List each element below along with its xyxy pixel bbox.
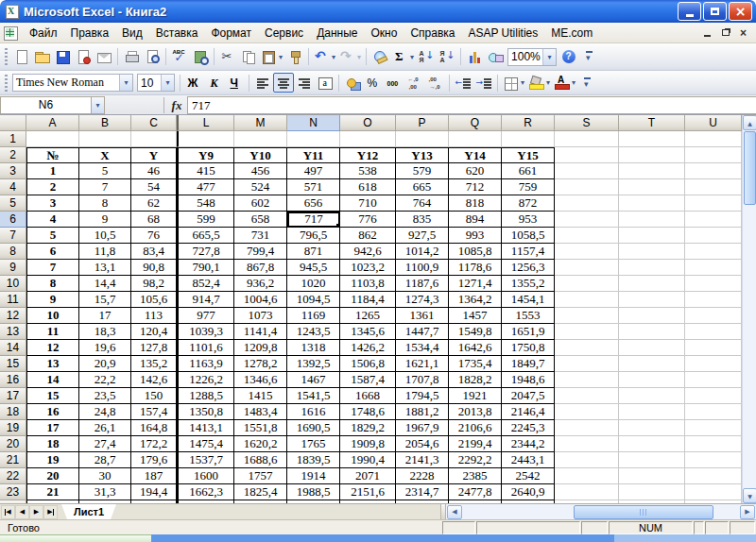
cell-Q13[interactable]: 1549,8 (449, 324, 502, 340)
cell-C4[interactable]: 54 (131, 179, 177, 195)
cell-U2[interactable] (685, 147, 742, 163)
cell-T3[interactable] (619, 163, 685, 179)
decrease-decimal-button[interactable] (425, 73, 446, 93)
cell-U7[interactable] (685, 228, 742, 244)
menu-item-Окно[interactable]: Окно (364, 25, 404, 42)
cell-L2[interactable]: Y9 (177, 147, 234, 163)
merge-center-button[interactable] (315, 73, 335, 93)
cell-N9[interactable]: 945,5 (287, 260, 340, 276)
cell-M8[interactable]: 799,4 (234, 244, 287, 260)
cell-U18[interactable] (685, 404, 742, 420)
horizontal-scroll-track[interactable] (462, 505, 740, 519)
cell-A22[interactable]: 20 (26, 468, 79, 484)
copy-button[interactable] (238, 47, 259, 67)
cell-M5[interactable]: 602 (234, 195, 287, 212)
cell-L1[interactable] (177, 131, 234, 147)
open-button[interactable] (31, 47, 52, 67)
menu-item-ME.com[interactable]: ME.com (544, 25, 599, 42)
italic-button[interactable] (204, 73, 225, 93)
chevron-down-icon[interactable] (161, 75, 174, 91)
cell-B17[interactable]: 23,5 (79, 388, 131, 404)
percent-button[interactable] (363, 73, 384, 93)
cell-R9[interactable]: 1256,3 (502, 260, 555, 276)
cell-L17[interactable]: 1288,5 (177, 388, 234, 404)
menu-item-Формат[interactable]: Формат (204, 25, 258, 42)
cell-B10[interactable]: 14,4 (79, 276, 131, 292)
horizontal-scrollbar[interactable]: ◀ ▶ (446, 504, 756, 519)
cell-T13[interactable] (619, 324, 685, 340)
cell-L9[interactable]: 790,1 (177, 260, 234, 276)
cell-P9[interactable]: 1100,9 (396, 260, 449, 276)
cell-R1[interactable] (502, 131, 555, 147)
bold-button[interactable] (183, 73, 204, 93)
column-header-C[interactable]: C (131, 115, 177, 131)
cell-Q8[interactable]: 1085,8 (449, 244, 502, 260)
menu-item-ASAP Utilities[interactable]: ASAP Utilities (461, 25, 544, 42)
cell-T19[interactable] (619, 420, 685, 436)
cell-T8[interactable] (619, 244, 685, 260)
cell-R4[interactable]: 759 (502, 179, 555, 195)
cell-N21[interactable]: 1839,5 (287, 452, 340, 468)
redo-button[interactable]: ▾ (337, 47, 363, 67)
column-header-O[interactable]: O (340, 115, 396, 131)
cell-P15[interactable]: 1621,1 (396, 356, 449, 372)
column-header-L[interactable]: L (177, 115, 234, 131)
currency-button[interactable] (342, 73, 363, 93)
cell-M21[interactable]: 1688,6 (234, 452, 287, 468)
name-box-dropdown[interactable] (92, 96, 105, 114)
cell-S11[interactable] (555, 292, 619, 308)
cell-N13[interactable]: 1243,5 (287, 324, 340, 340)
cell-B12[interactable]: 17 (79, 308, 131, 324)
cell-C22[interactable]: 187 (131, 468, 177, 484)
cell-N23[interactable]: 1988,5 (287, 484, 340, 500)
cell-A10[interactable]: 8 (26, 276, 79, 292)
cell-L22[interactable]: 1600 (177, 468, 234, 484)
cell-N14[interactable]: 1318 (287, 340, 340, 356)
cell-P20[interactable]: 2054,6 (396, 436, 449, 452)
cell-L11[interactable]: 914,7 (177, 292, 234, 308)
cell-T1[interactable] (619, 131, 685, 147)
drawing-button[interactable] (485, 47, 506, 67)
cell-U4[interactable] (685, 179, 742, 195)
cell-L12[interactable]: 977 (177, 308, 234, 324)
cell-A11[interactable]: 9 (26, 292, 79, 308)
cell-B4[interactable]: 7 (79, 179, 131, 195)
cell-T9[interactable] (619, 260, 685, 276)
menu-item-Справка[interactable]: Справка (404, 25, 461, 42)
cell-U22[interactable] (685, 468, 742, 484)
cell-S14[interactable] (555, 340, 619, 356)
cell-C6[interactable]: 68 (131, 212, 177, 228)
menu-item-Файл[interactable]: Файл (23, 25, 64, 42)
cell-C2[interactable]: Y (131, 147, 177, 163)
chart-wizard-button[interactable] (464, 47, 485, 67)
cell-L10[interactable]: 852,4 (177, 276, 234, 292)
cell-O9[interactable]: 1023,2 (340, 260, 396, 276)
column-header-S[interactable]: S (555, 115, 619, 131)
cell-T2[interactable] (619, 147, 685, 163)
row-header-17[interactable]: 17 (0, 388, 26, 404)
more-button[interactable] (579, 47, 600, 67)
cell-N5[interactable]: 656 (287, 195, 340, 212)
cell-R12[interactable]: 1553 (502, 308, 555, 324)
previous-sheet-button[interactable]: ◀ (15, 505, 29, 519)
cell-S8[interactable] (555, 244, 619, 260)
cell-Q7[interactable]: 993 (449, 228, 502, 244)
cell-C10[interactable]: 98,2 (131, 276, 177, 292)
cell-N15[interactable]: 1392,5 (287, 356, 340, 372)
cell-O10[interactable]: 1103,8 (340, 276, 396, 292)
column-header-R[interactable]: R (502, 115, 555, 131)
cell-S7[interactable] (555, 228, 619, 244)
cell-O14[interactable]: 1426,2 (340, 340, 396, 356)
cell-C13[interactable]: 120,4 (131, 324, 177, 340)
cell-B6[interactable]: 9 (79, 212, 131, 228)
cell-C5[interactable]: 62 (131, 195, 177, 212)
row-header-21[interactable]: 21 (0, 452, 26, 468)
cut-button[interactable] (217, 47, 238, 67)
cell-U19[interactable] (685, 420, 742, 436)
cell-P3[interactable]: 579 (396, 163, 449, 179)
cell-O7[interactable]: 862 (340, 228, 396, 244)
cell-U15[interactable] (685, 356, 742, 372)
cell-O21[interactable]: 1990,4 (340, 452, 396, 468)
cell-O5[interactable]: 710 (340, 195, 396, 212)
cell-M3[interactable]: 456 (234, 163, 287, 179)
